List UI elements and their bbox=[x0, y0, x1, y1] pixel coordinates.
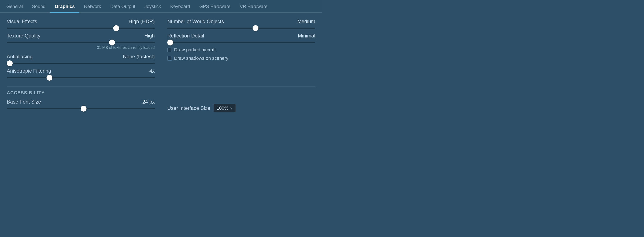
tab-bar: GeneralSoundGraphicsNetworkData OutputJo… bbox=[0, 0, 322, 13]
ui-size-label: User Interface Size bbox=[167, 105, 210, 111]
ui-size-value: 100% bbox=[216, 106, 228, 111]
reflection-detail-row: Reflection Detail Minimal bbox=[167, 33, 315, 45]
reflection-detail-slider[interactable] bbox=[167, 42, 315, 43]
texture-quality-label: Texture Quality bbox=[7, 33, 40, 39]
antialiasing-row: Antialiasing None (fastest) bbox=[7, 54, 155, 66]
right-column: Number of World Objects Medium Reflectio… bbox=[167, 18, 315, 82]
tab-graphics[interactable]: Graphics bbox=[50, 0, 79, 12]
tab-network[interactable]: Network bbox=[79, 0, 106, 12]
reflection-detail-label: Reflection Detail bbox=[167, 33, 204, 39]
world-objects-label: Number of World Objects bbox=[167, 18, 224, 24]
ui-size-row: User Interface Size 100% ∨ bbox=[167, 99, 315, 113]
accessibility-row: Base Font Size 24 px User Interface Size… bbox=[7, 99, 315, 113]
tab-joystick[interactable]: Joystick bbox=[140, 0, 166, 12]
texture-quality-row: Texture Quality High 31 MB of textures c… bbox=[7, 33, 155, 52]
reflection-detail-header: Reflection Detail Minimal bbox=[167, 33, 315, 39]
reflection-detail-value: Minimal bbox=[298, 33, 315, 39]
accessibility-title: ACCESSIBILITY bbox=[7, 90, 315, 96]
ui-size-dropdown[interactable]: 100% ∨ bbox=[214, 104, 236, 112]
world-objects-value: Medium bbox=[298, 18, 315, 24]
tab-vr-hardware[interactable]: VR Hardware bbox=[235, 0, 272, 12]
base-font-size-slider[interactable] bbox=[7, 108, 155, 109]
reflection-detail-slider-container bbox=[167, 40, 315, 45]
left-column: Visual Effects High (HDR) Texture Qualit… bbox=[7, 18, 155, 82]
tab-general[interactable]: General bbox=[2, 0, 27, 12]
tab-gps-hardware[interactable]: GPS Hardware bbox=[195, 0, 235, 12]
base-font-size-label: Base Font Size bbox=[7, 99, 41, 105]
world-objects-header: Number of World Objects Medium bbox=[167, 18, 315, 24]
base-font-size-row: Base Font Size 24 px bbox=[7, 99, 155, 111]
antialiasing-value: None (fastest) bbox=[123, 54, 155, 60]
draw-parked-aircraft-checkbox[interactable] bbox=[167, 48, 172, 52]
chevron-down-icon: ∨ bbox=[230, 106, 232, 110]
antialiasing-label: Antialiasing bbox=[7, 54, 32, 60]
visual-effects-header: Visual Effects High (HDR) bbox=[7, 18, 155, 24]
visual-effects-slider-container bbox=[7, 26, 155, 31]
base-font-size-slider-container bbox=[7, 106, 155, 111]
texture-quality-value: High bbox=[144, 33, 155, 39]
anisotropic-filtering-slider[interactable] bbox=[7, 77, 155, 78]
anisotropic-filtering-label: Anisotropic Filtering bbox=[7, 68, 51, 74]
draw-shadows-checkbox[interactable] bbox=[167, 56, 172, 60]
section-divider bbox=[7, 86, 315, 87]
antialiasing-slider[interactable] bbox=[7, 63, 155, 64]
visual-effects-value: High (HDR) bbox=[128, 18, 155, 24]
tab-keyboard[interactable]: Keyboard bbox=[166, 0, 195, 12]
draw-shadows-row: Draw shadows on scenery bbox=[167, 56, 315, 61]
visual-effects-row: Visual Effects High (HDR) bbox=[7, 18, 155, 31]
world-objects-row: Number of World Objects Medium bbox=[167, 18, 315, 31]
draw-shadows-label: Draw shadows on scenery bbox=[174, 56, 228, 61]
anisotropic-filtering-row: Anisotropic Filtering 4x bbox=[7, 68, 155, 80]
anisotropic-filtering-slider-container bbox=[7, 75, 155, 80]
antialiasing-header: Antialiasing None (fastest) bbox=[7, 54, 155, 60]
base-font-size-value: 24 px bbox=[142, 99, 155, 105]
texture-quality-header: Texture Quality High bbox=[7, 33, 155, 39]
main-content: Visual Effects High (HDR) Texture Qualit… bbox=[0, 13, 322, 82]
world-objects-slider[interactable] bbox=[167, 28, 315, 29]
visual-effects-label: Visual Effects bbox=[7, 18, 37, 24]
base-font-size-header: Base Font Size 24 px bbox=[7, 99, 155, 105]
visual-effects-slider[interactable] bbox=[7, 28, 155, 29]
draw-parked-aircraft-row: Draw parked aircraft bbox=[167, 47, 315, 52]
world-objects-slider-container bbox=[167, 26, 315, 31]
antialiasing-slider-container bbox=[7, 61, 155, 66]
texture-quality-slider-container bbox=[7, 40, 155, 45]
anisotropic-filtering-value: 4x bbox=[150, 68, 155, 74]
tab-data-output[interactable]: Data Output bbox=[106, 0, 140, 12]
tab-sound[interactable]: Sound bbox=[27, 0, 50, 12]
draw-parked-aircraft-label: Draw parked aircraft bbox=[174, 47, 216, 52]
accessibility-section: ACCESSIBILITY Base Font Size 24 px User … bbox=[0, 86, 322, 118]
texture-note: 31 MB of textures currently loaded bbox=[7, 46, 155, 50]
texture-quality-slider[interactable] bbox=[7, 42, 155, 43]
anisotropic-filtering-header: Anisotropic Filtering 4x bbox=[7, 68, 155, 74]
